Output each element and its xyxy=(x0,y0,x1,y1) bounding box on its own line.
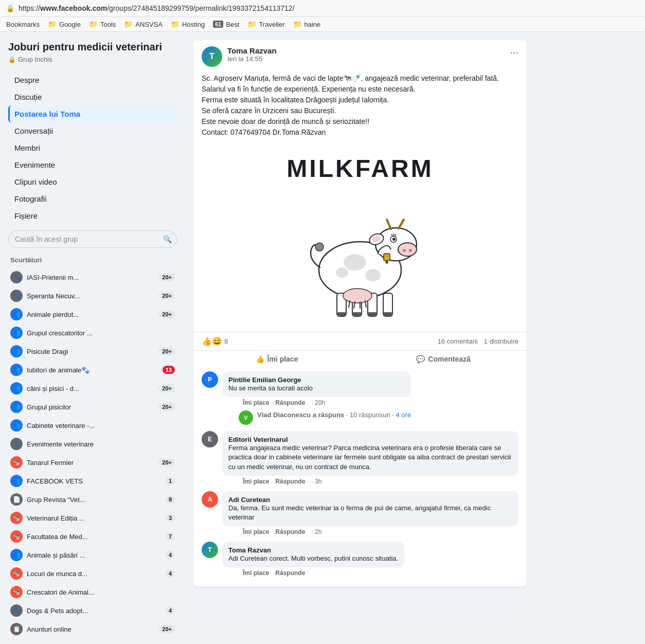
shortcut-badge: 7 xyxy=(166,532,175,541)
shortcut-badge: 20+ xyxy=(159,273,175,281)
shortcut-name: Veterinarul Ediția ... xyxy=(27,514,162,522)
bookmark-haine[interactable]: 📁 haine xyxy=(293,20,321,28)
stats-right: 16 comentarii 1 distribuire xyxy=(438,337,518,345)
list-item[interactable]: 👥 Grupul crescatorilor ... xyxy=(8,324,177,342)
shortcut-icon: 👥 xyxy=(10,345,23,357)
search-box: 🔍 xyxy=(8,230,177,248)
search-input[interactable] xyxy=(8,230,177,248)
shortcut-name: Speranta Necuv... xyxy=(27,292,155,300)
list-item[interactable]: 🐄 Veterinarul Ediția ... 3 xyxy=(8,509,177,527)
svg-point-26 xyxy=(343,289,372,303)
shortcut-badge: 20+ xyxy=(159,310,175,318)
comment-time: · 2h xyxy=(311,528,321,535)
list-item[interactable]: 🐾 IASI-Prietenii m... 20+ xyxy=(8,268,177,287)
bookmark-bookmarks[interactable]: Bookmarks xyxy=(6,21,40,28)
list-item[interactable]: 👥 Cabinete veterinare -... xyxy=(8,416,177,435)
shortcut-name: IASI-Prietenii m... xyxy=(27,274,155,281)
svg-rect-18 xyxy=(337,312,346,316)
list-item[interactable]: 👥 Pisicute Dragi 20+ xyxy=(8,342,177,361)
like-action[interactable]: Îmi place xyxy=(243,528,269,535)
comment-icon: 💬 xyxy=(416,355,425,363)
like-button[interactable]: 👍 Îmi place xyxy=(193,351,360,367)
comment-button[interactable]: 💬 Comentează xyxy=(360,351,527,367)
reply-action[interactable]: Răspunde xyxy=(275,399,305,406)
list-item[interactable]: 🐾 Evenimente veterinare xyxy=(8,435,177,453)
bookmark-hosting[interactable]: 📁 Hosting xyxy=(171,20,205,28)
reply-action[interactable]: Răspunde xyxy=(275,528,305,535)
reply-content: Vlad Diaconescu a răspuns · 10 răspunsur… xyxy=(257,410,411,425)
list-item[interactable]: 📄 Grup Revista "Vet... 8 xyxy=(8,490,177,509)
shortcut-icon: 🐾 xyxy=(10,290,23,302)
post-image: MILKFARM xyxy=(193,144,527,332)
svg-rect-19 xyxy=(352,312,362,316)
comment-bubble: Pintilie Emilian George Nu se merita sa … xyxy=(222,371,411,397)
list-item[interactable]: 👥 câini și pisici - d... 20+ xyxy=(8,379,177,398)
shortcut-icon: 🐄 xyxy=(10,586,23,598)
comments-count: 16 comentarii xyxy=(438,337,478,345)
list-item[interactable]: 🐄 Tanarul Fermier 20+ xyxy=(8,453,177,472)
like-action[interactable]: Îmi place xyxy=(243,569,269,577)
shortcut-icon: 📄 xyxy=(10,493,23,506)
list-item[interactable]: 👥 Grupul pisicilor 20+ xyxy=(8,398,177,416)
reply-meta: Vlad Diaconescu a răspuns · 10 răspunsur… xyxy=(257,411,411,419)
group-lock-icon: 🔒 xyxy=(8,56,16,63)
comment-actions: Îmi place Răspunde · 3h xyxy=(222,478,518,485)
bookmarks-label: Bookmarks xyxy=(6,21,40,28)
nav-item-discutie[interactable]: Discuție xyxy=(8,88,177,105)
list-item[interactable]: 🐄 Locuri de munca d... 4 xyxy=(8,564,177,583)
list-item[interactable]: 🐾 Dogs & Pets adopt... 4 xyxy=(8,601,177,620)
shortcut-icon: 👥 xyxy=(10,382,23,395)
post-card: T Toma Razvan Ieri la 14:55 ··· Sc. Agro… xyxy=(193,40,527,587)
shortcut-icon: 🐾 xyxy=(10,271,23,283)
list-item[interactable]: 👥 FACEBOOK VETS 1 xyxy=(8,472,177,490)
reactions: 👍😄 8 xyxy=(202,336,228,346)
svg-rect-31 xyxy=(384,254,390,261)
shortcut-name: Crescatori de Animal... xyxy=(27,588,175,596)
nav-item-membri[interactable]: Membri xyxy=(8,139,177,156)
nav-item-conversatii[interactable]: Conversații xyxy=(8,122,177,139)
comment-bubble: Editorii Veterinarul Ferma angajeaza med… xyxy=(222,431,518,476)
bookmark-ansvsa[interactable]: 📁 ANSVSA xyxy=(124,20,163,28)
shortcut-badge: 20+ xyxy=(159,347,175,355)
nav-item-despre[interactable]: Despre xyxy=(8,71,177,88)
list-item[interactable]: 📋 Anunturi online 20+ xyxy=(8,620,177,638)
nav-item-clipuri[interactable]: Clipuri video xyxy=(8,173,177,190)
bookmark-traveller[interactable]: 📁 Traveller xyxy=(247,20,284,28)
list-item[interactable]: 🐾 Speranta Necuv... 20+ xyxy=(8,287,177,305)
post-options-button[interactable]: ··· xyxy=(510,46,518,58)
like-action[interactable]: Îmi place xyxy=(243,399,269,406)
nav-item-postarea[interactable]: Postarea lui Toma xyxy=(8,105,177,122)
comment-content: Editorii Veterinarul Ferma angajeaza med… xyxy=(222,431,518,485)
svg-point-24 xyxy=(365,269,381,281)
reply-action[interactable]: Răspunde xyxy=(275,478,305,485)
folder-icon: 📁 xyxy=(124,20,133,28)
list-item[interactable]: 👥 Animale pierdut... 20+ xyxy=(8,305,177,324)
bookmark-haine-label: haine xyxy=(304,21,321,28)
list-item[interactable]: 🐄 Crescatori de Animal... xyxy=(8,583,177,601)
shortcut-icon: 👥 xyxy=(10,549,23,561)
bookmark-ansvsa-label: ANSVSA xyxy=(135,21,163,28)
shares-count: 1 distribuire xyxy=(484,337,518,345)
search-icon[interactable]: 🔍 xyxy=(163,235,172,243)
svg-point-3 xyxy=(403,249,406,252)
reply-action[interactable]: Răspunde xyxy=(275,569,305,577)
nav-item-evenimente[interactable]: Evenimente xyxy=(8,156,177,173)
bookmark-hosting-label: Hosting xyxy=(182,21,205,28)
bookmark-tools-label: Tools xyxy=(100,21,116,28)
shortcut-badge: 20+ xyxy=(159,384,175,392)
like-action[interactable]: Îmi place xyxy=(243,478,269,485)
bookmark-traveller-label: Traveller xyxy=(259,21,284,28)
avatar: V xyxy=(239,410,253,425)
list-item[interactable]: 👥 Iubitori de animale🐾 13 xyxy=(8,361,177,379)
bookmark-google[interactable]: 📁 Google xyxy=(48,20,81,28)
shortcut-name: Evenimente veterinare xyxy=(27,440,175,448)
list-item[interactable]: 🐄 Facultatea de Med... 7 xyxy=(8,527,177,546)
bookmark-best[interactable]: 61 Best xyxy=(213,21,239,28)
list-item[interactable]: 👥 Animale și păsări ... 4 xyxy=(8,546,177,564)
comment-item: A Adi Curetean Da, ferma. Eu sunt medic … xyxy=(202,491,518,535)
nav-item-fotografii[interactable]: Fotografii xyxy=(8,190,177,207)
shortcut-badge: 20+ xyxy=(159,625,175,633)
shortcut-name: Animale și păsări ... xyxy=(27,551,162,559)
nav-item-fisiere[interactable]: Fișiere xyxy=(8,207,177,224)
bookmark-tools[interactable]: 📁 Tools xyxy=(89,20,116,28)
